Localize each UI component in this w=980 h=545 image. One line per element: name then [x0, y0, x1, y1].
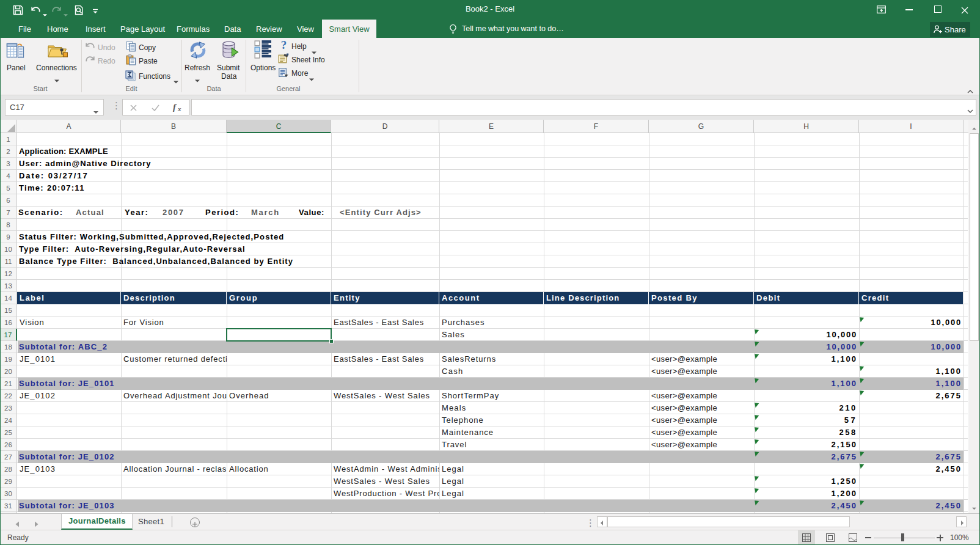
svg-text:f: f: [173, 102, 177, 112]
svg-text:?: ?: [281, 40, 287, 51]
svg-text:x: x: [177, 105, 181, 112]
